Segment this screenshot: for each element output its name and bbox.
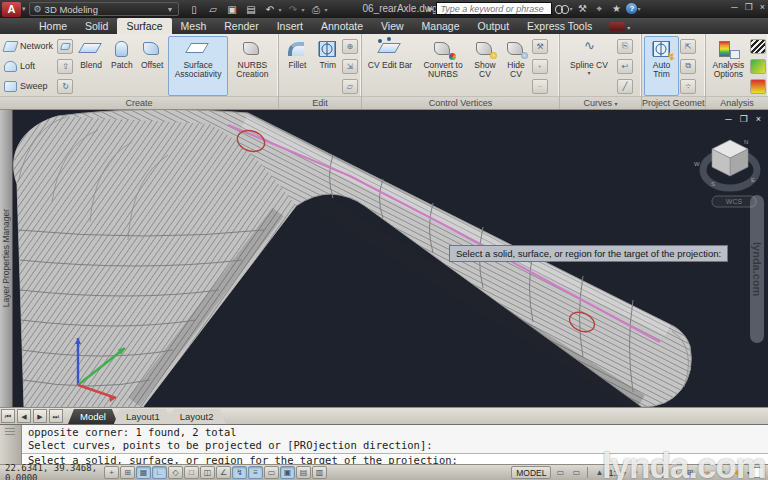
- toggle-otrack[interactable]: ∠: [216, 466, 231, 479]
- search-caret-icon[interactable]: ▾: [569, 5, 572, 12]
- nurbs-creation-button[interactable]: NURBS Creation: [229, 36, 276, 96]
- autoscale-icon[interactable]: ✧: [644, 468, 658, 477]
- search-binoculars-icon[interactable]: [555, 3, 569, 15]
- toggle-selection-cycling[interactable]: ▥: [312, 466, 327, 479]
- help-button[interactable]: ?: [626, 3, 637, 14]
- tab-solid[interactable]: Solid: [76, 18, 117, 34]
- command-history[interactable]: opposite corner: 1 found, 2 total Select…: [22, 425, 768, 453]
- workspace-switching-icon[interactable]: ⚙: [667, 468, 681, 477]
- patch-button[interactable]: Patch: [108, 36, 136, 96]
- tab-model[interactable]: Model: [68, 409, 118, 424]
- clean-screen-button[interactable]: [752, 467, 764, 478]
- restore-button[interactable]: ❐: [745, 2, 753, 12]
- redo-caret-icon[interactable]: ▾: [302, 6, 305, 13]
- tab-surface[interactable]: Surface: [117, 18, 171, 34]
- save-as-button[interactable]: ▤: [244, 3, 259, 16]
- panel-name-control-vertices[interactable]: Control Vertices: [362, 96, 559, 109]
- first-tab-button[interactable]: ⏮: [1, 409, 15, 423]
- search-expand-icon[interactable]: ▶: [428, 5, 433, 13]
- drawing-close-button[interactable]: ×: [756, 114, 761, 124]
- performance-tuner-icon[interactable]: ◆: [731, 468, 745, 477]
- fillet-button[interactable]: Fillet: [281, 36, 314, 96]
- toolbar-lock-icon[interactable]: ⊞: [683, 468, 697, 477]
- minimize-button[interactable]: ─: [731, 2, 737, 12]
- planar-surface-button[interactable]: [57, 39, 73, 54]
- ribbon-extra-icon[interactable]: [609, 22, 625, 31]
- viewcube-east-label[interactable]: E: [751, 177, 755, 183]
- sculpt-button[interactable]: ▱: [342, 79, 358, 94]
- drawing-restore-button[interactable]: ❐: [740, 114, 748, 124]
- viewcube-south-label[interactable]: S: [711, 181, 715, 187]
- show-cv-button[interactable]: Show CV: [470, 36, 500, 96]
- drawing-canvas[interactable]: W S E N WCS Layer Properties Manager ─ ❐…: [0, 110, 768, 407]
- curvature-analysis-button[interactable]: [750, 59, 766, 74]
- toggle-3d-osnap[interactable]: ◫: [200, 466, 215, 479]
- untrim-button[interactable]: ⊕: [342, 39, 358, 54]
- project-to-2points-button[interactable]: ⁘: [680, 79, 696, 94]
- last-tab-button[interactable]: ⏭: [49, 409, 63, 423]
- annotation-visibility-icon[interactable]: ✦: [628, 468, 642, 477]
- extrude-button[interactable]: ⇧: [57, 59, 73, 74]
- drawing-minimize-button[interactable]: ─: [725, 114, 731, 124]
- next-tab-button[interactable]: ▶: [33, 409, 47, 423]
- layer-properties-palette-bar[interactable]: Layer Properties Manager: [0, 110, 13, 407]
- tab-mesh[interactable]: Mesh: [172, 18, 216, 34]
- tab-render[interactable]: Render: [215, 18, 267, 34]
- communication-center-icon[interactable]: ⌖: [592, 3, 606, 15]
- layout-quickview-icon[interactable]: ▭: [553, 468, 567, 477]
- undo-caret-icon[interactable]: ▾: [279, 6, 282, 13]
- network-button[interactable]: Network: [2, 40, 56, 53]
- project-to-ucs-button[interactable]: ⇱: [680, 39, 696, 54]
- loft-button[interactable]: Loft: [2, 60, 56, 73]
- tab-view[interactable]: View: [372, 18, 413, 34]
- panel-name-curves[interactable]: Curves ▾: [560, 96, 641, 109]
- blend-button[interactable]: Blend: [75, 36, 106, 96]
- annotation-scale-caret-icon[interactable]: ▾: [623, 469, 626, 476]
- toggle-dynamic-ucs[interactable]: ↯: [232, 466, 247, 479]
- zebra-analysis-button[interactable]: [750, 39, 766, 54]
- revolve-button[interactable]: ↻: [57, 79, 73, 94]
- remove-cv-button[interactable]: ﹣: [532, 79, 548, 94]
- favorites-star-icon[interactable]: ★: [609, 3, 623, 14]
- viewcube-west-label[interactable]: W: [694, 161, 700, 167]
- toggle-ortho[interactable]: ∟: [152, 466, 167, 479]
- help-caret-icon[interactable]: ▾: [637, 5, 640, 12]
- line-tool-button[interactable]: ╱: [617, 79, 633, 94]
- workspace-dropdown[interactable]: ⚙ 3D Modeling ▼: [29, 2, 179, 16]
- sweep-button[interactable]: Sweep: [2, 80, 56, 93]
- tab-home[interactable]: Home: [30, 18, 76, 34]
- toggle-transparency[interactable]: ▣: [280, 466, 295, 479]
- exchange-wrench-icon[interactable]: ⚒: [575, 3, 589, 14]
- undo-button[interactable]: ↶: [263, 3, 278, 16]
- viewcube[interactable]: W S E N WCS: [694, 139, 757, 207]
- panel-name-edit[interactable]: Edit: [279, 96, 361, 109]
- tab-annotate[interactable]: Annotate: [312, 18, 372, 34]
- toggle-osnap[interactable]: □: [184, 466, 199, 479]
- toggle-grid[interactable]: ▦: [136, 466, 151, 479]
- tab-layout2[interactable]: Layout2: [168, 409, 226, 424]
- offset-button[interactable]: Offset: [137, 36, 167, 96]
- drawing-quickview-icon[interactable]: ▭: [569, 468, 583, 477]
- annotation-scale-value[interactable]: 1:1: [608, 468, 621, 478]
- draft-analysis-button[interactable]: [750, 79, 766, 94]
- model-space-button[interactable]: MODEL: [511, 466, 551, 479]
- isolate-objects-icon[interactable]: ➝: [699, 468, 713, 477]
- project-to-view-button[interactable]: ⧉: [680, 59, 696, 74]
- save-button[interactable]: ▣: [225, 3, 240, 16]
- redo-button[interactable]: ↷: [286, 3, 301, 16]
- app-menu-caret-icon[interactable]: ▾: [22, 5, 26, 13]
- toggle-quick-properties[interactable]: ▤: [296, 466, 311, 479]
- tab-manage[interactable]: Manage: [413, 18, 469, 34]
- tab-insert[interactable]: Insert: [268, 18, 312, 34]
- open-file-button[interactable]: ▱: [206, 3, 221, 16]
- hardware-acceleration-icon[interactable]: ▰: [715, 468, 729, 477]
- hide-cv-button[interactable]: Hide CV: [501, 36, 531, 96]
- new-file-button[interactable]: ▯: [187, 3, 202, 16]
- search-input[interactable]: [436, 2, 552, 15]
- toggle-snap[interactable]: ⊞: [120, 466, 135, 479]
- analysis-options-button[interactable]: Analysis Options: [708, 36, 749, 96]
- panel-name-analysis[interactable]: Analysis: [706, 96, 768, 109]
- toggle-infer-constraints[interactable]: +: [104, 466, 119, 479]
- extract-isolines-button[interactable]: ⎘: [617, 39, 633, 54]
- spline-cv-button[interactable]: ∿ Spline CV ▾: [562, 36, 616, 96]
